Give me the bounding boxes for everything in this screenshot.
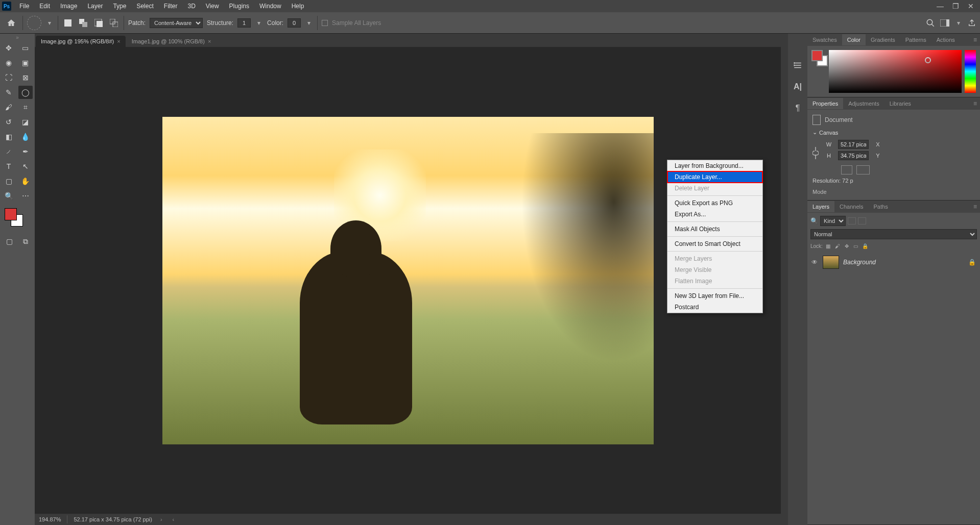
height-input[interactable] [838,151,869,160]
cm-duplicate-layer[interactable]: Duplicate Layer... [667,171,762,183]
color-picker-handle[interactable] [925,57,931,63]
blur-tool[interactable]: 💧 [18,130,33,143]
vertical-scrollbar[interactable] [781,47,788,514]
orientation-portrait-icon[interactable] [841,165,852,174]
document-tab[interactable]: Image1.jpg @ 100% (RGB/8) × [127,36,217,47]
zoom-tool[interactable]: 🔍 [2,189,16,203]
layer-row[interactable]: 👁 Background 🔒 [810,254,977,271]
close-tab-icon[interactable]: × [117,38,120,44]
close-window-button[interactable]: ✕ [964,1,978,11]
shape-tool[interactable]: ▢ [2,174,16,188]
subtract-selection-icon[interactable] [93,17,104,29]
frame-tool[interactable]: ⊠ [18,71,33,84]
panel-menu-icon[interactable]: ≡ [970,100,980,107]
path-select-tool[interactable]: ↖ [18,160,33,173]
gradient-tool[interactable]: ◧ [2,130,16,143]
standard-mode-icon[interactable]: ▢ [2,235,16,248]
scroll-left-icon[interactable]: ‹ [173,516,175,522]
lock-transparency-icon[interactable]: ▦ [825,242,832,249]
orientation-landscape-icon[interactable] [856,165,870,174]
menu-filter[interactable]: Filter [159,1,183,12]
filter-kind-select[interactable]: Kind [820,216,846,226]
intersect-selection-icon[interactable] [108,17,119,29]
structure-dropdown-icon[interactable]: ▾ [255,19,263,27]
menu-3d[interactable]: 3D [182,1,200,12]
panel-menu-icon[interactable]: ≡ [970,36,980,43]
eyedropper-tool[interactable]: ✎ [2,86,16,99]
layer-name[interactable]: Background [843,259,876,266]
share-icon[interactable] [968,19,976,27]
cm-convert-smart-object[interactable]: Convert to Smart Object [667,238,762,249]
patch-tool[interactable]: ◯ [18,86,33,99]
fg-color-chip[interactable] [811,50,823,61]
home-button[interactable] [4,16,18,30]
new-selection-icon[interactable] [62,17,74,29]
lock-position-icon[interactable]: ✥ [843,242,850,249]
foreground-color-swatch[interactable] [5,208,17,220]
cm-layer-from-background[interactable]: Layer from Background... [667,160,762,171]
info-arrow-icon[interactable]: › [160,516,162,522]
dodge-tool[interactable]: ⟋ [2,145,16,158]
cm-export-as[interactable]: Export As... [667,209,762,220]
color-swatches[interactable] [5,208,30,229]
screen-mode-icon[interactable]: ⧉ [18,235,33,248]
add-selection-icon[interactable] [78,17,89,29]
history-panel-icon[interactable] [792,59,804,71]
clone-stamp-tool[interactable]: ⌗ [18,101,33,114]
eraser-tool[interactable]: ◪ [18,115,33,129]
cm-postcard[interactable]: Postcard [667,302,762,313]
tool-preset-icon[interactable] [27,16,41,30]
structure-input[interactable] [237,18,251,28]
tab-layers[interactable]: Layers [807,201,834,212]
blend-mode-select[interactable]: Normal [810,229,977,239]
hand-tool[interactable]: ✋ [18,174,33,188]
cm-mask-all-objects[interactable]: Mask All Objects [667,223,762,235]
lock-all-icon[interactable]: 🔒 [862,242,869,249]
search-icon[interactable] [926,18,935,28]
type-tool[interactable]: T [2,160,16,173]
close-tab-icon[interactable]: × [208,38,211,44]
tab-channels[interactable]: Channels [834,201,868,212]
link-dimensions-icon[interactable] [812,140,820,160]
paragraph-panel-icon[interactable]: ¶ [792,102,804,114]
tab-adjustments[interactable]: Adjustments [843,98,885,109]
cm-quick-export-png[interactable]: Quick Export as PNG [667,197,762,209]
tab-actions[interactable]: Actions [931,34,960,45]
color-input[interactable] [288,18,301,28]
lock-artboard-icon[interactable]: ▭ [852,242,859,249]
document-tab[interactable]: Image.jpg @ 195% (RGB/8#) × [36,36,126,47]
lasso-tool[interactable]: ◉ [2,56,16,69]
preset-dropdown-icon[interactable]: ▾ [45,19,54,27]
menu-image[interactable]: Image [55,1,82,12]
crop-tool[interactable]: ⛶ [2,71,16,84]
tab-gradients[interactable]: Gradients [866,34,900,45]
hue-slider[interactable] [965,50,976,93]
menu-layer[interactable]: Layer [82,1,108,12]
character-panel-icon[interactable]: A| [792,81,804,93]
menu-type[interactable]: Type [108,1,131,12]
pen-tool[interactable]: ✒ [18,145,33,158]
brush-tool[interactable]: 🖌 [2,101,16,114]
zoom-level[interactable]: 194.87% [39,516,61,522]
document-info[interactable]: 52.17 pica x 34.75 pica (72 ppi) [74,516,152,522]
history-brush-tool[interactable]: ↺ [2,115,16,129]
toolbar-expander-icon[interactable]: » [0,35,35,40]
sample-all-checkbox[interactable] [322,20,328,26]
canvas-image[interactable] [162,117,654,444]
menu-help[interactable]: Help [286,1,309,12]
layer-visibility-icon[interactable]: 👁 [811,259,819,266]
maximize-button[interactable]: ❐ [948,1,963,11]
workspace-dropdown-icon[interactable]: ▾ [954,19,963,27]
tab-swatches[interactable]: Swatches [807,34,842,45]
tab-paths[interactable]: Paths [869,201,893,212]
panel-color-swatches[interactable] [811,50,826,68]
patch-mode-select[interactable]: Content-Aware [150,18,203,28]
expand-icon[interactable]: ⌄ [812,129,817,136]
workspace-switch-icon[interactable] [940,19,949,27]
menu-window[interactable]: Window [254,1,286,12]
object-select-tool[interactable]: ▣ [18,56,33,69]
edit-toolbar[interactable]: ⋯ [18,189,33,203]
tab-color[interactable]: Color [842,34,866,45]
lock-image-icon[interactable]: 🖌 [834,242,841,249]
layer-thumbnail[interactable] [823,256,839,269]
